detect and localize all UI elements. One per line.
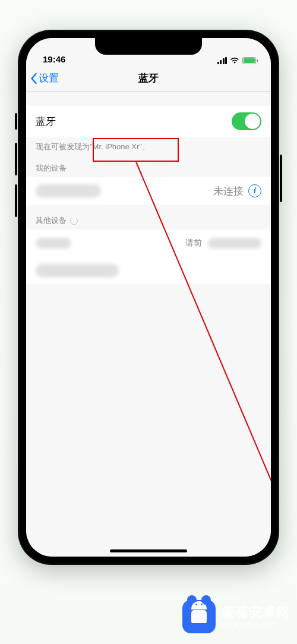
other-devices-header: 其他设备	[26, 205, 271, 230]
discoverable-text: 现在可被发现为"Mr. iPhone Xr"。	[26, 137, 271, 152]
battery-icon	[242, 57, 258, 64]
phone-notch	[95, 38, 202, 55]
svg-rect-2	[257, 59, 258, 62]
bluetooth-toggle-row[interactable]: 蓝牙	[26, 106, 271, 137]
phone-mute-switch	[15, 113, 17, 130]
chevron-left-icon	[30, 73, 37, 84]
other-devices-hint-row: 请前	[26, 230, 271, 257]
phone-power-button	[280, 155, 282, 202]
phone-screen: 19:46 设置	[26, 38, 271, 557]
device-status: 未连接	[213, 184, 244, 198]
wifi-icon	[230, 57, 239, 64]
redacted-text	[36, 238, 71, 249]
phone-frame: 19:46 设置	[18, 30, 279, 565]
my-devices-header: 我的设备	[26, 152, 271, 177]
status-time: 19:46	[39, 54, 65, 64]
home-indicator[interactable]	[110, 549, 187, 552]
spinner-icon	[70, 217, 78, 225]
hint-fragment: 请前	[185, 238, 202, 249]
bluetooth-toggle[interactable]	[232, 112, 261, 130]
bluetooth-toggle-label: 蓝牙	[36, 115, 56, 128]
my-device-row[interactable]: 未连接 i	[26, 177, 271, 205]
svg-rect-1	[244, 58, 255, 63]
phone-volume-down	[15, 184, 17, 217]
back-label: 设置	[39, 71, 59, 85]
watermark-logo-icon	[182, 600, 216, 633]
page-title: 蓝牙	[26, 71, 271, 85]
other-device-row[interactable]	[26, 257, 271, 284]
device-name-redacted	[36, 264, 119, 277]
info-icon[interactable]: i	[248, 184, 261, 197]
device-name-redacted	[36, 184, 101, 197]
watermark-title: 蓝莓安卓网	[222, 605, 290, 620]
back-button[interactable]: 设置	[26, 71, 59, 85]
phone-volume-up	[15, 143, 17, 175]
redacted-text	[208, 238, 261, 249]
watermark-url: www.lmkjst.com	[222, 620, 290, 629]
watermark: 蓝莓安卓网 www.lmkjst.com	[182, 600, 290, 633]
cellular-signal-icon	[217, 57, 228, 64]
nav-bar: 设置 蓝牙	[26, 65, 271, 92]
settings-content: 蓝牙 现在可被发现为"Mr. iPhone Xr"。 我的设备 未连接 i 其他…	[26, 92, 271, 557]
